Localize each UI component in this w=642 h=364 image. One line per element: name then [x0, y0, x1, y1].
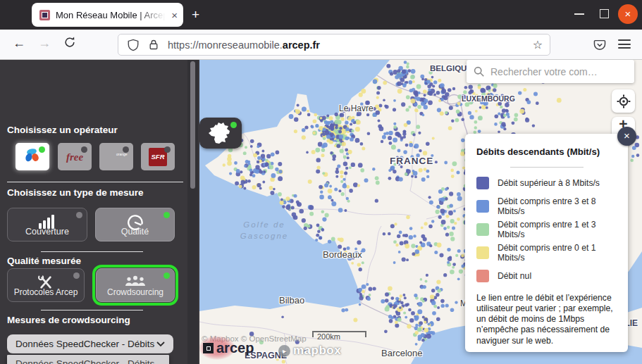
legend-title: Débits descendants (Mbit/s) — [476, 146, 617, 157]
sidebar: Choisissez un opérateur free orange — [0, 60, 199, 364]
operator-sfr[interactable]: SFR — [141, 143, 175, 170]
legend-label: Débit compris entre 3 et 8 Mbits/s — [498, 196, 617, 216]
mapbox-circle-icon: ▸ — [278, 345, 290, 357]
territory-status-dot — [230, 122, 237, 128]
divider — [7, 182, 183, 182]
legend-items: Débit supérieur à 8 Mbits/sDébit compris… — [476, 177, 617, 282]
legend-label: Débit compris entre 1 et 3 Mbits/s — [498, 220, 617, 239]
url-bar[interactable]: https://monreseaumobile.arcep.fr ☆ — [118, 34, 550, 56]
legend-item-2: Débit compris entre 1 et 3 Mbits/s — [476, 223, 617, 236]
operator-status-dot — [123, 146, 129, 153]
operator-status-dot — [81, 146, 87, 153]
legend-swatch — [476, 270, 489, 282]
legend-item-1: Débit compris entre 3 et 8 Mbits/s — [476, 200, 617, 213]
label-bordeaux: Bordeaux — [323, 249, 362, 260]
window-maximize-button[interactable] — [600, 9, 609, 18]
geolocate-icon — [617, 94, 631, 108]
window-close-button[interactable]: × — [618, 4, 638, 24]
crowdsourcing-dropdown-list: Données SpeedChecker - DébitsDonnées Moz… — [7, 355, 169, 364]
crowdsourcing-select[interactable]: Données SpeedChecker - Débits — [7, 334, 173, 353]
legend-swatch — [476, 246, 489, 259]
label-luxembourg: LUXEMBOURG — [462, 94, 515, 103]
measure-qualite-button[interactable]: Qualité — [95, 208, 175, 241]
crowdsourcing-heading: Mesures de crowdsourcing — [7, 315, 130, 325]
label-france: FRANCE — [390, 156, 433, 166]
quality-status-dot — [73, 272, 80, 279]
search-input[interactable] — [490, 66, 627, 77]
page-content: Choisissez un opérateur free orange — [0, 60, 642, 364]
legend-item-3: Débit compris entre 0 et 1 Mbits/s — [476, 246, 617, 259]
commune-search[interactable] — [467, 60, 634, 83]
operator-heading: Choisissez un opérateur — [7, 125, 118, 135]
quality-crowdsourcing-button[interactable]: Crowdsourcing — [96, 268, 175, 302]
search-icon — [474, 66, 485, 77]
operator-free[interactable]: free — [58, 143, 92, 170]
legend-label: Débit nul — [498, 271, 531, 281]
quality-status-dot — [163, 272, 170, 279]
measure-couverture-button[interactable]: Couverture — [7, 208, 87, 241]
label-golfe-2: Gascogne — [233, 232, 296, 240]
legend-swatch — [476, 200, 489, 213]
legend-divider — [510, 167, 584, 168]
browser-tab[interactable]: Mon Réseau Mobile | Arcep × — [32, 3, 183, 27]
quality-protocoles-button[interactable]: Protocoles Arcep — [7, 268, 85, 302]
browser-window: Mon Réseau Mobile | Arcep × + × ← → http… — [0, 0, 642, 364]
pocket-icon[interactable] — [593, 38, 607, 55]
scale-label: 200km — [317, 332, 340, 341]
divider — [41, 310, 143, 310]
free-logo: free — [66, 151, 83, 163]
label-bilbao: Bilbao — [279, 295, 304, 306]
map-scale-bar: 200km — [312, 331, 366, 337]
mapbox-logo[interactable]: ▸ mapbox — [278, 344, 341, 358]
reload-icon[interactable] — [63, 36, 76, 52]
people-icon — [97, 275, 174, 287]
select-value: Données SpeedChecker - Débits — [16, 339, 154, 349]
operator-bouygues[interactable] — [16, 143, 49, 170]
lock-icon — [148, 39, 159, 51]
arcep-logo[interactable]: arcep — [203, 340, 254, 356]
url-text: https://monreseaumobile.arcep.fr — [168, 39, 320, 51]
label-le-havre: Le Havre — [339, 103, 374, 113]
menu-hamburger-icon[interactable] — [618, 39, 631, 49]
legend-swatch — [476, 223, 489, 236]
france-territory-button[interactable] — [199, 118, 242, 149]
shield-icon[interactable] — [127, 39, 140, 51]
window-minimize-button[interactable] — [574, 13, 584, 15]
site-favicon-icon — [39, 10, 50, 20]
operator-status-dot — [39, 146, 45, 153]
divider — [41, 251, 143, 252]
browser-toolbar: ← → https://monreseaumobile.arcep.fr ☆ — [0, 30, 642, 60]
measure-status-dot — [163, 212, 170, 218]
operator-status-dot — [164, 146, 171, 153]
legend-note: Le lien entre le débit et l’expérience u… — [476, 293, 617, 346]
forward-icon: → — [38, 36, 51, 51]
quality-heading: Qualité mesurée — [7, 256, 81, 266]
sidebar-scrollbar-thumb[interactable] — [190, 61, 195, 189]
label-barcelone: Barcelone — [381, 348, 423, 358]
legend-item-0: Débit supérieur à 8 Mbits/s — [476, 177, 617, 189]
titlebar: Mon Réseau Mobile | Arcep × + × — [0, 0, 642, 30]
bookmark-star-icon[interactable]: ☆ — [533, 38, 543, 51]
map-area[interactable]: BELGIQUE LUXEMBOURG FRANCE ESPAGNE ITALI… — [199, 60, 642, 364]
legend-item-4: Débit nul — [476, 270, 617, 282]
arcep-square-icon — [203, 343, 214, 353]
label-golfe-1: Golfe de — [233, 220, 296, 229]
geolocate-button[interactable] — [612, 89, 635, 113]
operator-orange[interactable]: orange — [99, 143, 133, 170]
chevron-down-icon — [156, 341, 165, 347]
tab-title: Mon Réseau Mobile | Arcep — [56, 10, 170, 20]
measure-heading: Choisissez un type de mesure — [7, 187, 144, 198]
tab-close-icon[interactable]: × — [171, 10, 178, 20]
legend-swatch — [476, 177, 489, 189]
legend-label: Débit supérieur à 8 Mbits/s — [498, 178, 600, 188]
measure-status-dot — [76, 212, 82, 218]
sidebar-scrollbar-track[interactable] — [187, 60, 198, 364]
sea-atlantic — [199, 60, 390, 311]
new-tab-button[interactable]: + — [192, 6, 199, 23]
legend-panel: Débits descendants (Mbit/s) Débit supéri… — [465, 134, 628, 352]
legend-label: Débit compris entre 0 et 1 Mbits/s — [498, 243, 617, 263]
back-icon[interactable]: ← — [13, 36, 25, 51]
legend-close-button[interactable]: × — [617, 127, 636, 146]
dropdown-option-0[interactable]: Données SpeedChecker - Débits — [7, 355, 169, 364]
france-silhouette-icon — [208, 122, 230, 144]
